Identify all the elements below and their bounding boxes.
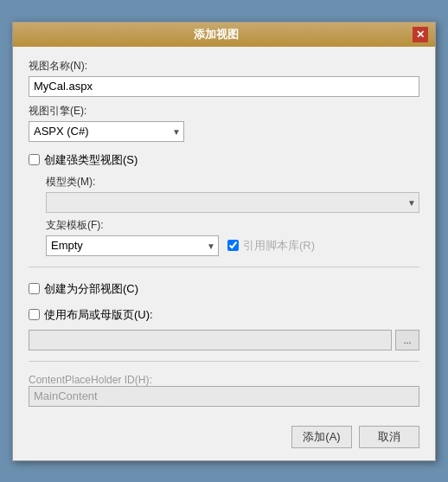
reference-script-label: 引用脚本库(R) bbox=[243, 238, 315, 254]
close-button[interactable]: ✕ bbox=[413, 27, 428, 42]
view-engine-group: 视图引擎(E): ASPX (C#) Razor (C#) ASPX (VB) … bbox=[29, 104, 419, 142]
scaffold-select-wrapper: Empty Create Delete Details Edit List ▼ bbox=[46, 235, 219, 256]
dialog-title: 添加视图 bbox=[20, 27, 413, 42]
title-bar: 添加视图 ✕ bbox=[13, 22, 435, 47]
model-class-group: 模型类(M): ▼ bbox=[46, 175, 419, 213]
model-class-select-wrapper: ▼ bbox=[46, 192, 419, 213]
script-checkbox-row: 引用脚本库(R) bbox=[227, 238, 315, 254]
strongly-typed-row: 创建强类型视图(S) bbox=[29, 152, 419, 168]
scaffold-select[interactable]: Empty Create Delete Details Edit List bbox=[46, 235, 219, 256]
content-placeholder-label: ContentPlaceHolder ID(H): bbox=[29, 374, 419, 386]
strongly-typed-checkbox[interactable] bbox=[29, 154, 40, 165]
layout-url-row: ... bbox=[29, 330, 419, 350]
content-placeholder-group: ContentPlaceHolder ID(H): bbox=[29, 372, 419, 407]
scaffold-template-label: 支架模板(F): bbox=[46, 218, 419, 233]
browse-button[interactable]: ... bbox=[395, 330, 419, 350]
model-class-select[interactable] bbox=[46, 192, 419, 213]
content-placeholder-input[interactable] bbox=[29, 386, 419, 407]
dialog-footer: 添加(A) 取消 bbox=[13, 417, 435, 460]
strongly-typed-label: 创建强类型视图(S) bbox=[44, 152, 138, 168]
use-layout-checkbox[interactable] bbox=[29, 309, 40, 320]
view-name-input[interactable] bbox=[29, 76, 419, 97]
add-view-dialog: 添加视图 ✕ 视图名称(N): 视图引擎(E): ASPX (C#) Razor… bbox=[12, 22, 436, 461]
view-engine-select-wrapper: ASPX (C#) Razor (C#) ASPX (VB) Razor (VB… bbox=[29, 121, 184, 142]
layout-url-input[interactable] bbox=[29, 330, 392, 350]
create-partial-checkbox[interactable] bbox=[29, 283, 40, 294]
partial-view-row: 创建为分部视图(C) bbox=[29, 281, 419, 297]
model-class-label: 模型类(M): bbox=[46, 175, 419, 190]
divider-1 bbox=[29, 267, 419, 267]
view-name-group: 视图名称(N): bbox=[29, 59, 419, 97]
view-name-label: 视图名称(N): bbox=[29, 59, 419, 74]
view-engine-label: 视图引擎(E): bbox=[29, 104, 419, 119]
cancel-button[interactable]: 取消 bbox=[359, 426, 419, 448]
add-button[interactable]: 添加(A) bbox=[291, 426, 352, 448]
scaffold-template-group: 支架模板(F): Empty Create Delete Details Edi… bbox=[46, 218, 419, 256]
use-layout-row: 使用布局或母版页(U): bbox=[29, 307, 419, 323]
model-class-row: ▼ bbox=[46, 192, 419, 213]
use-layout-label: 使用布局或母版页(U): bbox=[44, 307, 153, 323]
view-engine-select[interactable]: ASPX (C#) Razor (C#) ASPX (VB) Razor (VB… bbox=[29, 121, 184, 142]
scaffold-row: Empty Create Delete Details Edit List ▼ … bbox=[46, 235, 419, 256]
reference-script-checkbox[interactable] bbox=[227, 240, 239, 251]
divider-2 bbox=[29, 361, 419, 362]
dialog-body: 视图名称(N): 视图引擎(E): ASPX (C#) Razor (C#) A… bbox=[13, 47, 435, 417]
create-partial-label: 创建为分部视图(C) bbox=[44, 281, 138, 297]
indent-section: 模型类(M): ▼ 支架模板(F): Empty Create bbox=[46, 175, 419, 256]
